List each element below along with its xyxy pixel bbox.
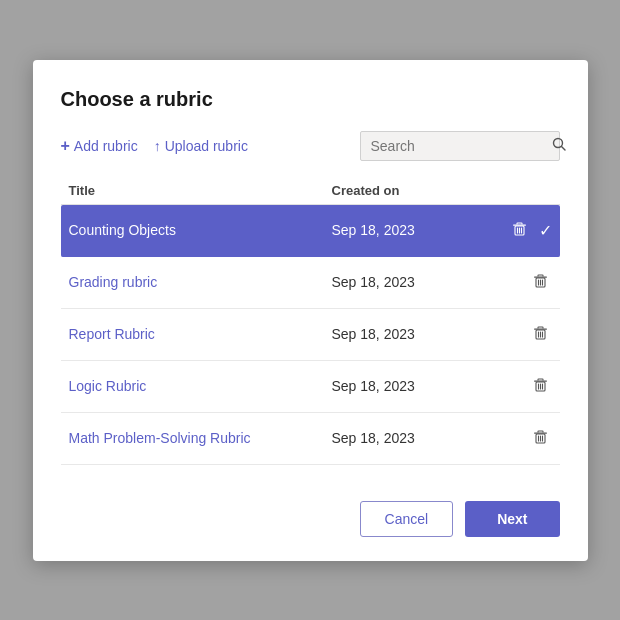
selected-check-icon: ✓ <box>539 221 552 240</box>
search-input[interactable] <box>371 138 546 154</box>
delete-rubric-button[interactable] <box>529 323 552 346</box>
rubric-actions: ✓ <box>492 219 552 242</box>
delete-rubric-button[interactable] <box>529 375 552 398</box>
add-rubric-button[interactable]: + Add rubric <box>61 137 138 155</box>
rubric-name: Report Rubric <box>69 326 332 342</box>
modal-footer: Cancel Next <box>61 493 560 537</box>
table-row[interactable]: Grading rubric Sep 18, 2023 <box>61 257 560 309</box>
upload-rubric-button[interactable]: ↑ Upload rubric <box>154 138 248 154</box>
upload-icon: ↑ <box>154 138 161 154</box>
column-actions-header <box>492 183 552 198</box>
rubric-date: Sep 18, 2023 <box>332 430 492 446</box>
rubric-date: Sep 18, 2023 <box>332 274 492 290</box>
column-created-header: Created on <box>332 183 492 198</box>
choose-rubric-modal: Choose a rubric + Add rubric ↑ Upload ru… <box>33 60 588 561</box>
svg-line-1 <box>561 146 565 150</box>
table-row[interactable]: Math Problem-Solving Rubric Sep 18, 2023 <box>61 413 560 465</box>
rubric-name: Grading rubric <box>69 274 332 290</box>
table-row[interactable]: Report Rubric Sep 18, 2023 <box>61 309 560 361</box>
delete-rubric-button[interactable] <box>529 271 552 294</box>
add-rubric-label: Add rubric <box>74 138 138 154</box>
search-icon <box>552 137 566 155</box>
search-box <box>360 131 560 161</box>
toolbar-left: + Add rubric ↑ Upload rubric <box>61 137 248 155</box>
plus-icon: + <box>61 137 70 155</box>
table-header: Title Created on <box>61 177 560 205</box>
rubric-actions <box>492 427 552 450</box>
rubric-actions <box>492 375 552 398</box>
rubric-list: Counting Objects Sep 18, 2023 ✓ Grading … <box>61 205 560 465</box>
rubric-name: Logic Rubric <box>69 378 332 394</box>
table-row[interactable]: Logic Rubric Sep 18, 2023 <box>61 361 560 413</box>
rubric-date: Sep 18, 2023 <box>332 222 492 238</box>
table-row[interactable]: Counting Objects Sep 18, 2023 ✓ <box>61 205 560 257</box>
rubric-actions <box>492 323 552 346</box>
toolbar: + Add rubric ↑ Upload rubric <box>61 131 560 161</box>
rubric-date: Sep 18, 2023 <box>332 378 492 394</box>
cancel-button[interactable]: Cancel <box>360 501 454 537</box>
delete-rubric-button[interactable] <box>529 427 552 450</box>
upload-rubric-label: Upload rubric <box>165 138 248 154</box>
rubric-name: Math Problem-Solving Rubric <box>69 430 332 446</box>
column-title-header: Title <box>69 183 332 198</box>
modal-title: Choose a rubric <box>61 88 560 111</box>
rubric-actions <box>492 271 552 294</box>
next-button[interactable]: Next <box>465 501 559 537</box>
rubric-name: Counting Objects <box>69 222 332 238</box>
rubric-date: Sep 18, 2023 <box>332 326 492 342</box>
delete-rubric-button[interactable] <box>508 219 531 242</box>
